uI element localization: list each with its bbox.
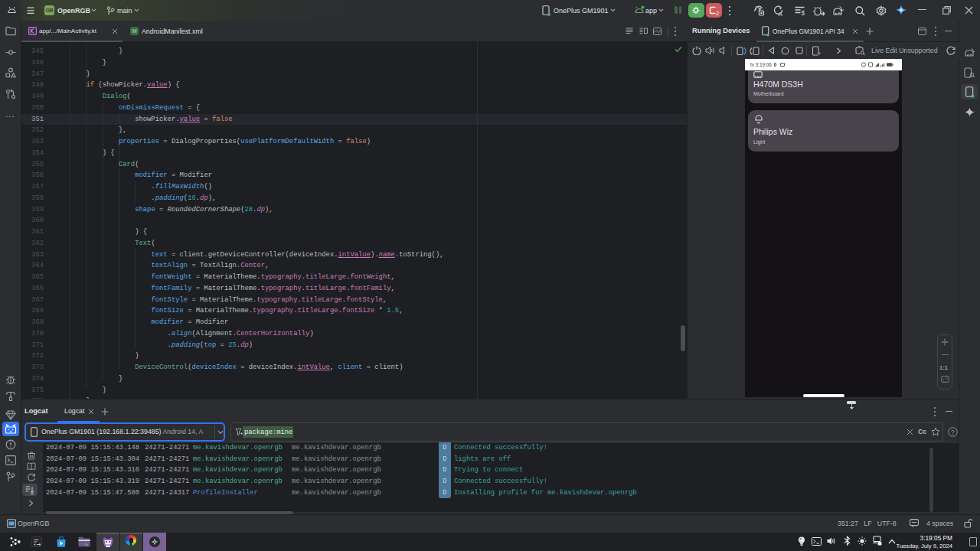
svg-text:A: A: [779, 11, 783, 17]
svg-text:$: $: [802, 9, 805, 15]
svg-text:2: 2: [716, 11, 719, 16]
svg-text:?: ?: [951, 429, 955, 436]
